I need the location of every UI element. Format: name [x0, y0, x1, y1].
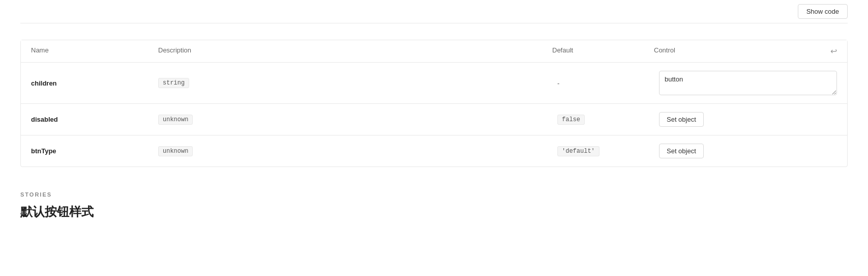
table-row: children string - [21, 63, 847, 104]
table-body: children string - disabled unknown false [21, 62, 847, 167]
header-control: Control [654, 46, 806, 56]
prop-default-children: - [557, 79, 659, 87]
set-object-button-disabled[interactable]: Set object [659, 112, 704, 127]
stories-section: STORIES 默认按钮样式 [20, 191, 848, 236]
prop-default-btntype: 'default' [557, 146, 659, 156]
table-row: btnType unknown 'default' Set object [21, 135, 847, 167]
prop-name-btntype: btnType [31, 147, 158, 155]
prop-name-disabled: disabled [31, 116, 158, 123]
show-code-button[interactable]: Show code [798, 4, 848, 19]
type-badge-btntype: unknown [158, 146, 193, 156]
header-reset: ↩ [806, 46, 837, 56]
table-header: Name Description Default Control ↩ [21, 40, 847, 62]
header-description: Description [158, 46, 552, 56]
stories-title: 默认按钮样式 [20, 204, 848, 220]
header-name: Name [31, 46, 158, 56]
prop-description-disabled: unknown [158, 115, 557, 125]
header-default: Default [552, 46, 654, 56]
stories-label: STORIES [20, 191, 848, 198]
prop-control-btntype: Set object [659, 144, 837, 158]
prop-control-children [659, 71, 837, 95]
props-table: Name Description Default Control ↩ child… [20, 40, 848, 167]
top-bar: Show code [20, 0, 848, 23]
table-row: disabled unknown false Set object [21, 104, 847, 135]
set-object-button-btntype[interactable]: Set object [659, 144, 704, 158]
prop-description-children: string [158, 78, 557, 88]
prop-description-btntype: unknown [158, 146, 557, 156]
prop-default-disabled: false [557, 115, 659, 125]
children-textarea[interactable] [659, 71, 837, 95]
reset-icon[interactable]: ↩ [830, 46, 837, 56]
type-badge-disabled: unknown [158, 115, 193, 125]
default-badge-btntype: 'default' [557, 146, 600, 156]
prop-name-children: children [31, 79, 158, 87]
type-badge-children: string [158, 78, 189, 88]
default-badge-disabled: false [557, 115, 585, 125]
prop-control-disabled: Set object [659, 112, 837, 127]
